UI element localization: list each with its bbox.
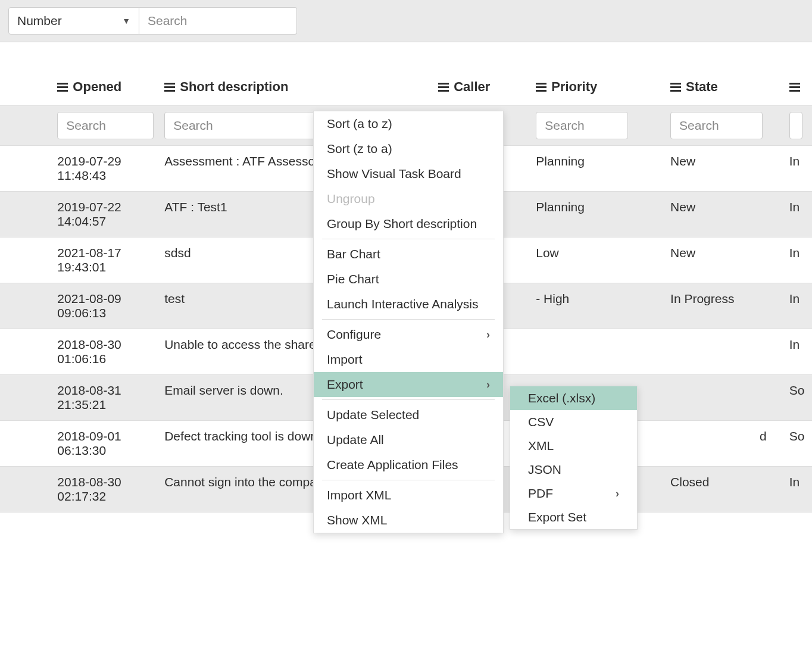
search-opened[interactable] bbox=[57, 112, 154, 139]
hamburger-icon bbox=[670, 83, 681, 92]
column-header-short-description[interactable]: Short description bbox=[164, 79, 390, 95]
column-context-menu: Sort (a to z) Sort (z to a) Show Visual … bbox=[313, 111, 504, 512]
menu-ungroup: Ungroup bbox=[314, 186, 503, 211]
hamburger-icon bbox=[438, 83, 449, 92]
cell-priority: Planning bbox=[533, 192, 666, 238]
cell-state: d bbox=[666, 421, 785, 467]
column-header-label: Short description bbox=[180, 79, 288, 95]
menu-sort-za[interactable]: Sort (z to a) bbox=[314, 136, 503, 161]
column-header-label: Priority bbox=[551, 79, 597, 95]
filter-field-select[interactable]: Number ▼ bbox=[8, 7, 139, 35]
cell-opened: 2018-08-30 01:06:16 bbox=[26, 329, 158, 375]
menu-divider bbox=[322, 319, 495, 320]
column-header-extra[interactable] bbox=[789, 83, 807, 92]
hamburger-icon bbox=[536, 83, 546, 92]
submenu-excel[interactable]: Excel (.xlsx) bbox=[510, 386, 637, 410]
chevron-right-icon: › bbox=[486, 379, 490, 391]
menu-group-by[interactable]: Group By Short description bbox=[314, 211, 503, 236]
column-header-label: Caller bbox=[454, 79, 490, 95]
cell-extra: In bbox=[785, 192, 812, 238]
cell-opened: 2021-08-17 19:43:01 bbox=[26, 238, 158, 283]
table-header-row: Opened Short description Caller Priority bbox=[0, 73, 812, 106]
column-header-priority[interactable]: Priority bbox=[536, 79, 661, 95]
column-header-label: State bbox=[686, 79, 718, 95]
cell-state bbox=[666, 329, 785, 375]
menu-export[interactable]: Export › bbox=[314, 372, 503, 397]
column-header-label: Opened bbox=[73, 79, 121, 95]
menu-pie-chart[interactable]: Pie Chart bbox=[314, 267, 503, 292]
column-header-opened[interactable]: Opened bbox=[57, 79, 154, 95]
hamburger-icon bbox=[789, 83, 800, 92]
menu-divider bbox=[322, 399, 495, 400]
cell-state: New bbox=[666, 192, 785, 238]
filter-search-input[interactable] bbox=[139, 7, 297, 35]
cell-state: In Progress bbox=[666, 283, 785, 329]
cell-opened: 2018-09-01 06:13:30 bbox=[26, 421, 158, 467]
menu-show-xml[interactable]: Show XML bbox=[314, 508, 503, 512]
cell-priority: Low bbox=[533, 238, 666, 283]
search-state[interactable] bbox=[670, 112, 763, 139]
cell-priority: - High bbox=[533, 283, 666, 329]
cell-priority bbox=[533, 329, 666, 375]
filter-bar: Number ▼ bbox=[0, 0, 812, 42]
cell-opened: 2018-08-30 02:17:32 bbox=[26, 467, 158, 512]
cell-opened: 2018-08-31 21:35:21 bbox=[26, 375, 158, 421]
cell-extra: In bbox=[785, 329, 812, 375]
menu-update-selected[interactable]: Update Selected bbox=[314, 402, 503, 427]
menu-launch-analysis[interactable]: Launch Interactive Analysis bbox=[314, 292, 503, 317]
cell-extra: So bbox=[785, 421, 812, 467]
cell-opened: 2019-07-29 11:48:43 bbox=[26, 146, 158, 192]
cell-state: Closed bbox=[666, 467, 785, 512]
chevron-right-icon: › bbox=[486, 329, 490, 341]
cell-priority: Planning bbox=[533, 146, 666, 192]
hamburger-icon bbox=[57, 83, 68, 92]
menu-create-application-files[interactable]: Create Application Files bbox=[314, 452, 503, 477]
submenu-pdf[interactable]: PDF › bbox=[510, 482, 637, 505]
chevron-right-icon: › bbox=[616, 488, 619, 500]
menu-bar-chart[interactable]: Bar Chart bbox=[314, 242, 503, 267]
cell-extra: So bbox=[785, 375, 812, 421]
search-extra[interactable] bbox=[789, 112, 802, 139]
menu-show-visual-task-board[interactable]: Show Visual Task Board bbox=[314, 161, 503, 186]
menu-divider bbox=[322, 239, 495, 239]
column-header-state[interactable]: State bbox=[670, 79, 780, 95]
cell-extra: In bbox=[785, 467, 812, 512]
submenu-export-set[interactable]: Export Set bbox=[510, 505, 637, 512]
search-priority[interactable] bbox=[536, 112, 628, 139]
cell-state bbox=[666, 375, 785, 421]
chevron-down-icon: ▼ bbox=[122, 16, 130, 26]
menu-configure[interactable]: Configure › bbox=[314, 322, 503, 347]
menu-import-xml[interactable]: Import XML bbox=[314, 483, 503, 508]
menu-update-all[interactable]: Update All bbox=[314, 427, 503, 452]
column-header-caller[interactable]: Caller bbox=[399, 79, 529, 95]
submenu-json[interactable]: JSON bbox=[510, 458, 637, 482]
submenu-xml[interactable]: XML bbox=[510, 434, 637, 458]
menu-import[interactable]: Import bbox=[314, 347, 503, 372]
menu-divider bbox=[322, 480, 495, 480]
cell-extra: In bbox=[785, 238, 812, 283]
cell-opened: 2019-07-22 14:04:57 bbox=[26, 192, 158, 238]
export-submenu: Excel (.xlsx) CSV XML JSON PDF › Export … bbox=[510, 386, 638, 512]
cell-opened: 2021-08-09 09:06:13 bbox=[26, 283, 158, 329]
cell-state: New bbox=[666, 146, 785, 192]
submenu-csv[interactable]: CSV bbox=[510, 410, 637, 434]
cell-extra: In bbox=[785, 283, 812, 329]
cell-extra: In bbox=[785, 146, 812, 192]
filter-field-value: Number bbox=[17, 14, 62, 28]
cell-state: New bbox=[666, 238, 785, 283]
hamburger-icon bbox=[164, 83, 175, 92]
menu-sort-az[interactable]: Sort (a to z) bbox=[314, 111, 503, 136]
